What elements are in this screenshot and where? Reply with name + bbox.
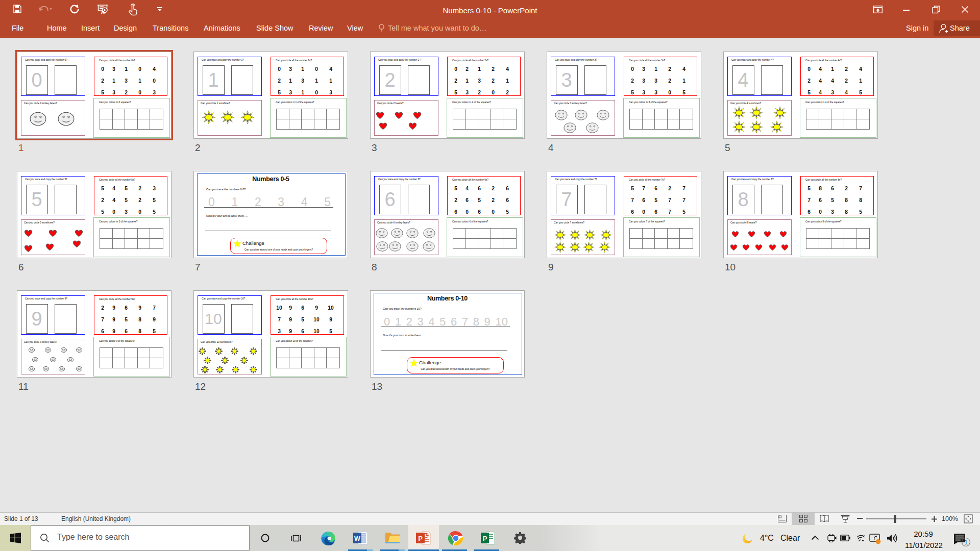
svg-text:P: P: [418, 535, 423, 542]
svg-text:1: 1: [964, 539, 968, 546]
svg-text:W: W: [354, 535, 360, 542]
svg-text:P: P: [483, 535, 487, 542]
